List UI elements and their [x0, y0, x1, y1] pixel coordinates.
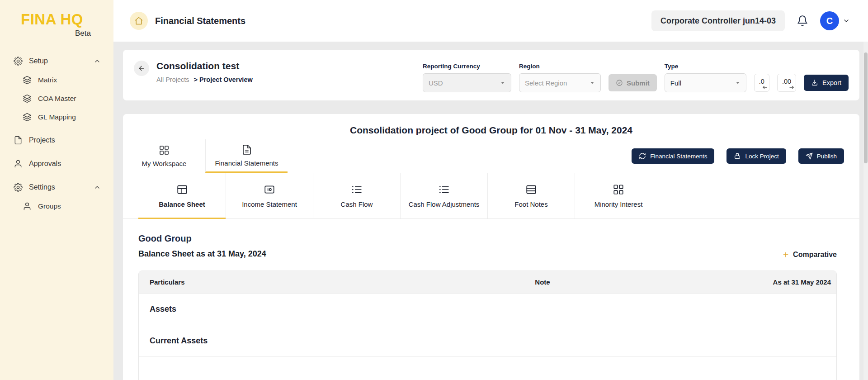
top-header: Financial Statements Corporate Controlle…	[113, 0, 868, 42]
reporting-currency-label: Reporting Currency	[423, 63, 511, 70]
tab-cash-flow-adjustments[interactable]: Cash Flow Adjustments	[400, 173, 487, 218]
group-name: Good Group	[138, 233, 266, 244]
comparative-label: Comparative	[793, 251, 837, 259]
type-value: Full	[670, 79, 681, 87]
table-header-row: Particulars Note As at 31 May 2024	[139, 271, 836, 293]
home-icon[interactable]	[130, 12, 148, 30]
back-button[interactable]	[134, 61, 149, 76]
sidebar-item-coa-master[interactable]: COA Master	[0, 89, 113, 108]
type-field: Type Full	[665, 63, 746, 92]
workspace-tabs: My Workspace Financial Statements Financ…	[123, 139, 859, 173]
arrow-left-icon	[762, 85, 768, 90]
tab-cash-flow[interactable]: Cash Flow	[313, 173, 400, 218]
comparative-button[interactable]: Comparative	[782, 251, 837, 259]
decrease-decimal-label: .0	[759, 78, 764, 85]
sidebar-item-gl-mapping[interactable]: GL Mapping	[0, 108, 113, 126]
tab-financial-statements[interactable]: Financial Statements	[205, 139, 288, 173]
lock-project-button[interactable]: Lock Project	[726, 148, 786, 164]
profile-menu[interactable]: C	[820, 11, 850, 30]
layers-icon	[23, 94, 32, 103]
table-row[interactable]: Assets	[139, 293, 836, 325]
chevron-down-icon	[590, 80, 595, 86]
export-label: Export	[822, 79, 841, 86]
user-icon	[23, 202, 32, 211]
project-actions: Financial Statements Lock Project Publis…	[632, 148, 844, 164]
sidebar-item-groups[interactable]: Groups	[0, 197, 113, 215]
increase-decimal-button[interactable]: .00	[777, 74, 796, 92]
sidebar-item-label: GL Mapping	[38, 113, 76, 121]
banknote-icon	[264, 184, 275, 195]
page-title: Financial Statements	[155, 16, 245, 26]
table-row[interactable]	[139, 356, 836, 380]
tab-label: Minority Interest	[594, 200, 643, 208]
check-circle-icon	[616, 79, 623, 86]
lock-project-button-label: Lock Project	[745, 153, 778, 160]
beta-badge: Beta	[21, 29, 91, 38]
column-header-particulars: Particulars	[139, 278, 475, 286]
sheet-title: Balance Sheet as at 31 May, 2024	[138, 249, 266, 259]
sync-icon	[639, 152, 646, 160]
user-role-chip[interactable]: Corporate Controller jun14-03	[651, 10, 785, 31]
layers-icon	[23, 76, 32, 85]
chevron-down-icon	[843, 17, 850, 24]
sidebar-item-settings[interactable]: Settings	[0, 178, 113, 197]
submit-button[interactable]: Submit	[609, 74, 657, 91]
sidebar-item-label: Projects	[29, 136, 55, 144]
sidebar-item-matrix[interactable]: Matrix	[0, 71, 113, 89]
region-field: Region Select Region	[519, 63, 601, 92]
publish-button-label: Publish	[817, 153, 837, 160]
sidebar-item-label: COA Master	[38, 95, 76, 103]
header-right: Corporate Controller jun14-03 C	[651, 10, 850, 31]
layers-icon	[23, 113, 32, 122]
tab-label: Foot Notes	[514, 200, 547, 208]
sidebar-nav: Setup Matrix COA Master GL Mapping Proje…	[0, 52, 113, 215]
financial-statements-button[interactable]: Financial Statements	[632, 148, 714, 164]
submit-label: Submit	[627, 79, 650, 87]
sidebar-item-label: Setup	[29, 57, 48, 65]
tab-balance-sheet[interactable]: Balance Sheet	[138, 173, 226, 218]
sidebar-item-label: Approvals	[29, 160, 61, 168]
content-area: Consolidation test All Projects > Projec…	[113, 42, 868, 380]
arrow-right-icon	[789, 85, 794, 90]
breadcrumb-current: > Project Overview	[194, 76, 253, 83]
scrollbar-track[interactable]	[863, 42, 868, 380]
main-column: Financial Statements Corporate Controlle…	[113, 0, 868, 380]
plus-icon	[782, 251, 789, 258]
project-heading-block: Consolidation test All Projects > Projec…	[156, 61, 253, 100]
breadcrumb-all-projects[interactable]: All Projects	[156, 76, 189, 83]
region-placeholder: Select Region	[525, 79, 567, 87]
column-header-amount: As at 31 May 2024	[610, 278, 836, 286]
list-icon	[351, 184, 363, 195]
send-icon	[806, 152, 813, 160]
user-icon	[14, 159, 23, 168]
decrease-decimal-button[interactable]: .0	[754, 74, 769, 92]
region-select[interactable]: Select Region	[519, 73, 601, 92]
table-row[interactable]: Current Assets	[139, 325, 836, 356]
tab-income-statement[interactable]: Income Statement	[226, 173, 313, 218]
reporting-currency-value: USD	[429, 79, 443, 87]
breadcrumb: All Projects > Project Overview	[156, 76, 253, 83]
tab-label: Balance Sheet	[159, 200, 205, 208]
chevron-up-icon	[94, 57, 101, 65]
sidebar-item-approvals[interactable]: Approvals	[0, 154, 113, 173]
scrollbar-thumb[interactable]	[864, 52, 868, 163]
reporting-currency-select[interactable]: USD	[423, 73, 511, 92]
publish-button[interactable]: Publish	[798, 148, 844, 164]
tab-foot-notes[interactable]: Foot Notes	[487, 173, 575, 218]
tab-minority-interest[interactable]: Minority Interest	[575, 173, 662, 218]
project-title: Consolidation test	[156, 61, 253, 71]
bell-icon[interactable]	[797, 15, 808, 27]
list-icon	[438, 184, 450, 195]
grid-icon	[159, 145, 170, 156]
tab-label: My Workspace	[142, 160, 187, 167]
sidebar-item-label: Matrix	[38, 76, 57, 84]
tab-my-workspace[interactable]: My Workspace	[123, 139, 205, 173]
grid-icon	[613, 184, 624, 195]
export-button[interactable]: Export	[804, 75, 849, 91]
row-particulars: Assets	[139, 304, 475, 314]
gear-icon	[14, 183, 23, 192]
tab-label: Financial Statements	[215, 159, 278, 167]
sidebar-item-setup[interactable]: Setup	[0, 52, 113, 71]
sidebar-item-projects[interactable]: Projects	[0, 131, 113, 150]
type-select[interactable]: Full	[665, 73, 746, 92]
